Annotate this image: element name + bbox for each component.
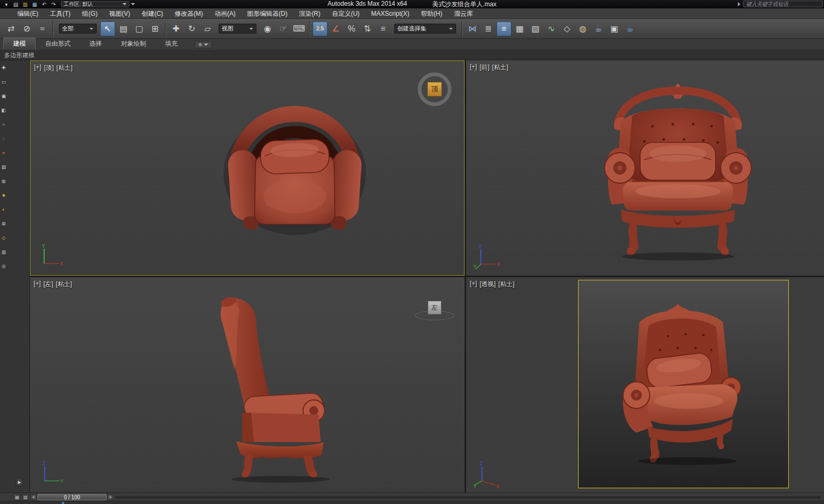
viewport-general-menu[interactable]: [+]: [34, 280, 41, 289]
viewport-front[interactable]: [+] [前] [粘土]: [466, 60, 824, 276]
ribbon-options-button[interactable]: [194, 41, 212, 48]
menu-item[interactable]: 帮助(H): [415, 8, 448, 19]
snaps-toggle-2.5-icon[interactable]: 2.5: [313, 22, 327, 36]
select-by-name-icon[interactable]: ▤: [116, 22, 131, 36]
menu-item[interactable]: 创建(C): [136, 8, 169, 19]
time-slider-thumb[interactable]: 0 / 100: [37, 494, 107, 500]
schematic-view-icon[interactable]: ◇: [560, 22, 574, 36]
menu-item[interactable]: 动画(A): [209, 8, 241, 19]
viewport-left[interactable]: [+] [左] [粘土] 左: [30, 277, 465, 492]
ribbon-tab[interactable]: 对象绘制: [111, 38, 156, 50]
viewport-general-menu[interactable]: [+]: [470, 280, 477, 289]
viewport-pov-menu[interactable]: [透视]: [480, 280, 496, 289]
undo-icon[interactable]: ↶: [40, 1, 48, 8]
select-and-link-icon[interactable]: ⇄: [4, 22, 18, 36]
unlink-selection-icon[interactable]: ⊘: [19, 22, 34, 36]
render-production-icon[interactable]: ☕: [623, 22, 637, 36]
left-toolbar-icon[interactable]: ▭: [1, 79, 7, 85]
viewport-layout-icon[interactable]: ▥: [22, 494, 29, 500]
workspace-dropdown[interactable]: 工作区: 默认: [61, 1, 129, 7]
selection-filter-dropdown[interactable]: 全部: [59, 24, 97, 34]
quick-access-overflow-button[interactable]: [129, 1, 137, 7]
ribbon-tab[interactable]: 自由形式: [36, 38, 80, 50]
keyboard-shortcut-override-icon[interactable]: ⌨: [292, 22, 306, 36]
rendered-frame-icon[interactable]: ▣: [607, 22, 622, 36]
menu-item[interactable]: MAXScript(X): [365, 8, 415, 19]
app-menu-icon[interactable]: ▾: [2, 1, 11, 8]
angle-snap-icon[interactable]: ∠: [328, 22, 343, 36]
reference-coordinate-system-dropdown[interactable]: 视图: [219, 24, 256, 34]
menu-item[interactable]: 修改器(M): [169, 8, 209, 19]
align-icon[interactable]: ≣: [481, 22, 496, 36]
viewport-layout-icon[interactable]: ▦: [14, 494, 20, 500]
render-setup-icon[interactable]: ☕: [591, 22, 606, 36]
manage-layers-icon[interactable]: ≡: [497, 22, 511, 36]
window-crossing-icon[interactable]: ⊞: [148, 22, 162, 36]
viewport-top[interactable]: [+] [顶] [粘土] 顶: [30, 60, 465, 276]
left-toolbar-icon[interactable]: ★: [1, 192, 7, 198]
next-frame-button[interactable]: >: [107, 494, 114, 500]
viewport-shading-menu[interactable]: [粘土]: [492, 63, 508, 72]
mirror-icon[interactable]: ⋈: [465, 22, 480, 36]
chair-perspective-view[interactable]: [605, 300, 763, 468]
viewport-pov-menu[interactable]: [顶]: [44, 64, 54, 72]
track-bar[interactable]: [0, 501, 824, 504]
perspective-render-region[interactable]: [578, 280, 789, 488]
new-scene-icon[interactable]: ▤: [12, 1, 20, 8]
rectangular-selection-region-icon[interactable]: ▢: [132, 22, 147, 36]
select-and-manipulate-icon[interactable]: ☞: [276, 22, 291, 36]
ribbon-tab[interactable]: 填充: [156, 38, 187, 50]
open-file-icon[interactable]: ▥: [21, 1, 29, 8]
left-toolbar-icon[interactable]: ▣: [1, 93, 7, 99]
ribbon-panel-label[interactable]: 多边形建模: [4, 51, 35, 59]
use-pivot-point-center-icon[interactable]: ◉: [260, 22, 275, 36]
left-toolbar-icon[interactable]: ◇: [1, 235, 7, 241]
menu-item[interactable]: 溜云库: [448, 8, 479, 19]
left-toolbar-icon[interactable]: ◐: [1, 206, 7, 213]
left-toolbar-icon[interactable]: ◍: [1, 178, 7, 184]
menu-item[interactable]: 编辑(E): [12, 8, 44, 19]
select-and-rotate-icon[interactable]: ↻: [184, 22, 199, 36]
select-and-move-icon[interactable]: ✚: [169, 22, 183, 36]
viewcube-face[interactable]: 顶: [427, 82, 442, 97]
left-toolbar-icon[interactable]: ⊞: [1, 220, 7, 227]
viewcube[interactable]: 左: [428, 301, 441, 314]
left-toolbar-icon[interactable]: ◧: [1, 107, 7, 113]
scene-explorer-icon[interactable]: ▦: [512, 22, 527, 36]
redo-icon[interactable]: ↷: [49, 1, 58, 8]
viewcube[interactable]: 顶: [418, 72, 451, 106]
select-and-scale-icon[interactable]: ▱: [200, 22, 215, 36]
ribbon-tab[interactable]: 建模: [3, 37, 36, 50]
curve-editor-icon[interactable]: ∿: [544, 22, 559, 36]
time-slider-track[interactable]: [115, 496, 821, 499]
viewport-general-menu[interactable]: [+]: [34, 64, 42, 72]
percent-snap-icon[interactable]: %: [344, 22, 359, 36]
layout-tabs-expand-button[interactable]: ▶: [16, 478, 23, 486]
menu-item[interactable]: 视图(V): [104, 8, 136, 19]
left-toolbar-icon[interactable]: ◎: [1, 263, 7, 269]
ribbon-toggle-icon[interactable]: ▧: [528, 22, 543, 36]
viewport-shading-menu[interactable]: [粘土]: [498, 280, 514, 289]
named-selection-sets-dropdown[interactable]: 创建选择集: [394, 24, 456, 34]
viewport-general-menu[interactable]: [+]: [470, 63, 477, 72]
viewport-pov-menu[interactable]: [左]: [44, 280, 54, 289]
bind-to-space-warp-icon[interactable]: ≈: [35, 22, 50, 36]
previous-frame-button[interactable]: <: [30, 494, 37, 500]
chair-top-view[interactable]: [214, 96, 375, 247]
search-input[interactable]: [743, 1, 823, 7]
save-file-icon[interactable]: ▦: [30, 1, 39, 8]
left-toolbar-icon[interactable]: ✚: [1, 65, 7, 71]
chair-left-view[interactable]: [197, 295, 344, 486]
menu-item[interactable]: 工具(T): [44, 8, 76, 19]
left-toolbar-icon[interactable]: ▥: [1, 249, 7, 255]
select-object-icon[interactable]: ↖: [100, 22, 115, 36]
menu-item[interactable]: 图形编辑器(D): [241, 8, 293, 19]
left-toolbar-icon[interactable]: ◌: [1, 135, 7, 142]
chair-front-view[interactable]: [591, 82, 765, 266]
left-toolbar-icon[interactable]: ≈: [1, 121, 7, 128]
spinner-snap-icon[interactable]: ⇅: [360, 22, 375, 36]
ribbon-tab[interactable]: 选择: [80, 38, 111, 50]
viewport-perspective[interactable]: [+] [透视] [粘土]: [466, 277, 824, 492]
menu-item[interactable]: 自定义(U): [326, 8, 366, 19]
menu-item[interactable]: 组(G): [76, 8, 103, 19]
